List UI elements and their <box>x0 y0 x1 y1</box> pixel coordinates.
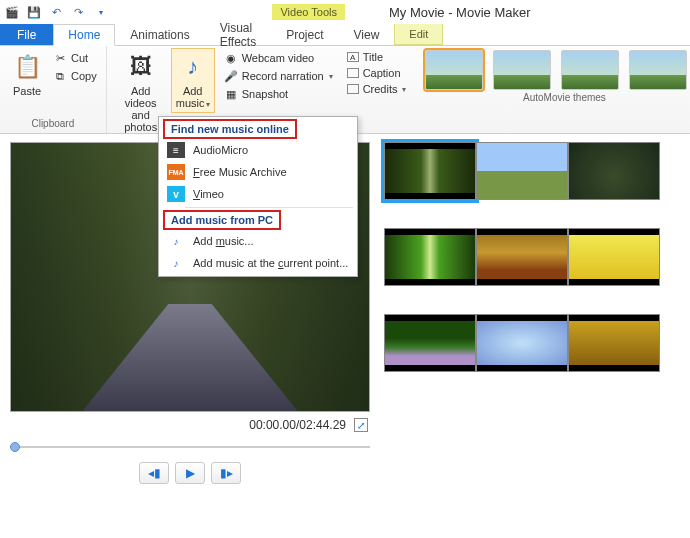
menu-item-vimeo[interactable]: vVimeo <box>159 183 357 205</box>
copy-button[interactable]: ⧉Copy <box>50 68 100 84</box>
microphone-icon: 🎤 <box>224 69 238 83</box>
clip-2[interactable] <box>476 142 568 200</box>
quick-access-toolbar: 🎬 💾 ↶ ↷ ▾ <box>0 4 113 20</box>
clip-1[interactable] <box>384 142 476 200</box>
tab-file[interactable]: File <box>0 24 53 45</box>
add-music-label: Add music... <box>193 235 254 247</box>
fma-icon: FMA <box>167 164 185 180</box>
clip-7[interactable] <box>384 314 476 372</box>
vimeo-icon: v <box>167 186 185 202</box>
dropdown-header-from-pc: Add music from PC <box>163 210 281 230</box>
group-clipboard: 📋 Paste ✂Cut ⧉Copy Clipboard <box>0 46 107 133</box>
caption-button[interactable]: Caption <box>344 66 410 80</box>
tab-home[interactable]: Home <box>53 24 115 46</box>
cut-button[interactable]: ✂Cut <box>50 50 100 66</box>
music-note-icon: ♪ <box>177 51 209 83</box>
redo-icon[interactable]: ↷ <box>70 4 86 20</box>
group-automovie-themes: ▴▾ AutoMovie themes <box>415 46 690 133</box>
menu-item-audiomicro[interactable]: ≡AudioMicro <box>159 139 357 161</box>
clip-9[interactable] <box>568 314 660 372</box>
title-label: Title <box>363 51 383 63</box>
add-music-label: Add music▾ <box>174 85 212 110</box>
timecode: 00:00.00/02:44.29 <box>249 418 346 432</box>
app-icon: 🎬 <box>4 4 20 20</box>
clip-6[interactable] <box>568 228 660 286</box>
ribbon-tabs: File Home Animations Visual Effects Proj… <box>0 24 690 46</box>
prev-frame-button[interactable]: ◂▮ <box>139 462 169 484</box>
clip-5[interactable] <box>476 228 568 286</box>
credits-label: Credits <box>363 83 398 95</box>
theme-thumb-1[interactable] <box>425 50 483 90</box>
clip-8[interactable] <box>476 314 568 372</box>
menu-item-add-music[interactable]: ♪Add music... <box>159 230 357 252</box>
theme-thumb-4[interactable] <box>629 50 687 90</box>
next-frame-button[interactable]: ▮▸ <box>211 462 241 484</box>
webcam-label: Webcam video <box>242 52 315 64</box>
themes-label: AutoMovie themes <box>425 90 690 107</box>
tab-view[interactable]: View <box>339 24 395 45</box>
clip-4[interactable] <box>384 228 476 286</box>
theme-thumb-3[interactable] <box>561 50 619 90</box>
vimeo-label: Vimeo <box>193 188 224 200</box>
music-note-icon: ♪ <box>167 255 185 271</box>
chevron-down-icon: ▾ <box>402 85 406 94</box>
app-title: My Movie - Movie Maker <box>389 5 531 20</box>
chevron-down-icon: ▾ <box>206 100 210 109</box>
caption-icon <box>347 68 359 78</box>
music-note-icon: ♪ <box>167 233 185 249</box>
snapshot-button[interactable]: ▦Snapshot <box>221 86 336 102</box>
caption-label: Caption <box>363 67 401 79</box>
title-button[interactable]: ATitle <box>344 50 410 64</box>
audiomicro-label: AudioMicro <box>193 144 248 156</box>
fullscreen-icon[interactable]: ⤢ <box>354 418 368 432</box>
timecode-row: 00:00.00/02:44.29 ⤢ <box>10 412 370 438</box>
tab-visual-effects[interactable]: Visual Effects <box>205 24 271 45</box>
cut-label: Cut <box>71 52 88 64</box>
add-music-current-label: Add music at the current point... <box>193 257 348 269</box>
paste-button[interactable]: 📋 Paste <box>6 48 48 100</box>
webcam-icon: ◉ <box>224 51 238 65</box>
menu-item-add-music-current-point[interactable]: ♪Add music at the current point... <box>159 252 357 274</box>
webcam-video-button[interactable]: ◉Webcam video <box>221 50 336 66</box>
add-music-button[interactable]: ♪ Add music▾ <box>171 48 215 113</box>
copy-label: Copy <box>71 70 97 82</box>
chevron-down-icon: ▾ <box>329 72 333 81</box>
paste-label: Paste <box>13 85 41 97</box>
audiomicro-icon: ≡ <box>167 142 185 158</box>
dropdown-header-find-online: Find new music online <box>163 119 297 139</box>
menu-item-free-music-archive[interactable]: FMAFree Music Archive <box>159 161 357 183</box>
storyboard-row <box>384 228 686 286</box>
credits-icon <box>347 84 359 94</box>
save-icon[interactable]: 💾 <box>26 4 42 20</box>
narration-label: Record narration <box>242 70 324 82</box>
dropdown-separator <box>185 207 353 208</box>
cut-icon: ✂ <box>53 51 67 65</box>
add-videos-photos-icon: 🖼 <box>125 51 157 83</box>
storyboard-row <box>384 314 686 372</box>
paste-icon: 📋 <box>11 51 43 83</box>
titlebar: 🎬 💾 ↶ ↷ ▾ Video Tools My Movie - Movie M… <box>0 0 690 24</box>
qat-dropdown-icon[interactable]: ▾ <box>93 4 109 20</box>
snapshot-icon: ▦ <box>224 87 238 101</box>
contextual-tab-label: Video Tools <box>272 4 344 20</box>
group-clipboard-label: Clipboard <box>6 116 100 133</box>
add-music-dropdown: Find new music online ≡AudioMicro FMAFre… <box>158 116 358 277</box>
theme-thumb-2[interactable] <box>493 50 551 90</box>
play-button[interactable]: ▶ <box>175 462 205 484</box>
record-narration-button[interactable]: 🎤Record narration▾ <box>221 68 336 84</box>
storyboard[interactable] <box>380 134 690 538</box>
tab-animations[interactable]: Animations <box>115 24 204 45</box>
copy-icon: ⧉ <box>53 69 67 83</box>
tab-edit[interactable]: Edit <box>394 24 443 45</box>
snapshot-label: Snapshot <box>242 88 288 100</box>
title-icon: A <box>347 52 359 62</box>
playback-controls: ◂▮ ▶ ▮▸ <box>10 462 370 484</box>
undo-icon[interactable]: ↶ <box>48 4 64 20</box>
seek-slider[interactable] <box>10 442 370 452</box>
storyboard-row <box>384 142 686 200</box>
credits-button[interactable]: Credits▾ <box>344 82 410 96</box>
seek-thumb[interactable] <box>10 442 20 452</box>
tab-project[interactable]: Project <box>271 24 338 45</box>
clip-3[interactable] <box>568 142 660 200</box>
fma-label: Free Music Archive <box>193 166 287 178</box>
